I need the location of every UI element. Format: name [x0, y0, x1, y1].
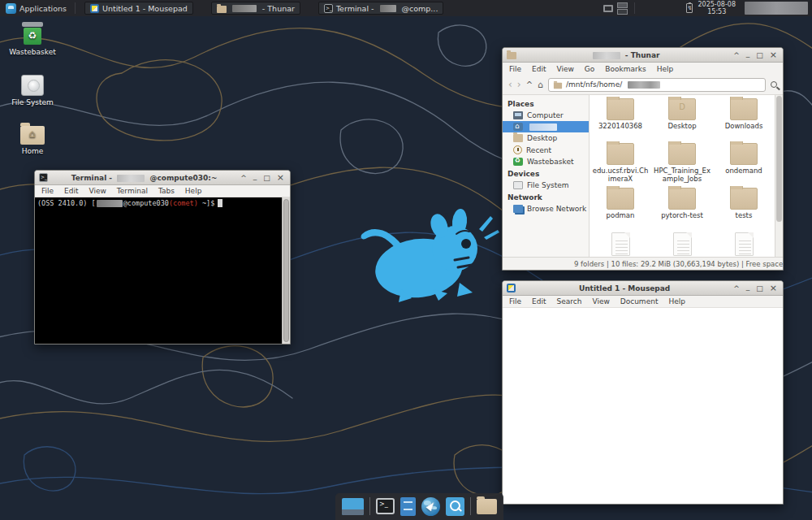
clock[interactable]: 2025-08-08 15:53 [698, 1, 736, 15]
search-icon[interactable] [771, 81, 777, 88]
mousepad-titlebar[interactable]: Untitled 1 - Mousepad [503, 281, 783, 296]
sidebar-item-recent[interactable]: Recent [503, 144, 589, 156]
shade-button[interactable] [240, 171, 247, 184]
mousepad-icon [507, 284, 516, 292]
menu-search[interactable]: Search [557, 297, 582, 306]
file-item[interactable]: hello_podman... [590, 231, 651, 257]
menu-view[interactable]: View [89, 187, 106, 195]
dock-separator [369, 497, 370, 515]
desktop-icon-wastebasket[interactable]: ♻ Wastebasket [6, 22, 58, 56]
power-icon[interactable] [686, 3, 693, 13]
maximize-button[interactable] [263, 171, 270, 184]
application-finder-icon[interactable] [446, 497, 464, 516]
close-button[interactable] [770, 282, 777, 295]
show-desktop-icon[interactable] [342, 498, 364, 515]
terminal-screen[interactable]: (OSS 2410.0) [@compute030(comet) ~]$ [35, 197, 282, 344]
item-label: ondemand [724, 167, 762, 175]
file-icon [735, 232, 754, 256]
sidebar-item-home[interactable] [503, 121, 589, 132]
system-tray: 2025-08-08 15:53 [603, 1, 812, 15]
sidebar-item-file-system[interactable]: File System [503, 180, 589, 191]
close-button[interactable] [277, 171, 284, 184]
desktop-icon-file-system[interactable]: File System [6, 75, 58, 106]
sidebar-item-browse-network[interactable]: Browse Network [503, 203, 589, 214]
taskbar-button-thunar[interactable]: - Thunar [211, 2, 300, 15]
menu-edit[interactable]: Edit [532, 297, 546, 306]
prompt-text: ~]$ [198, 199, 214, 207]
home-button[interactable]: ⌂ [538, 80, 543, 90]
scrollbar-thumb[interactable] [283, 199, 289, 342]
file-cabinet-icon[interactable] [400, 497, 416, 516]
sidebar-item-desktop[interactable]: Desktop [503, 132, 589, 144]
terminal-launcher-icon[interactable] [376, 498, 395, 514]
minimize-button[interactable] [253, 171, 257, 184]
item-label: Downloads [724, 122, 764, 130]
workspace-1[interactable] [617, 2, 628, 8]
maximize-button[interactable] [756, 282, 763, 295]
menu-document[interactable]: Document [620, 297, 659, 306]
folder-item[interactable]: Downloads [713, 97, 775, 141]
path-bar[interactable]: /mnt/nfs/home/ [548, 78, 766, 92]
folder-item[interactable]: pytorch-test [651, 186, 713, 231]
sidebar-item-wastebasket[interactable]: Wastebasket [503, 156, 589, 167]
desktop-icon-home[interactable]: Home [6, 126, 58, 155]
menu-go[interactable]: Go [585, 65, 594, 73]
up-button[interactable]: ^ [526, 80, 533, 89]
folder-item[interactable]: HPC_Training_Example_Jobs [651, 141, 713, 186]
menu-view[interactable]: View [592, 297, 609, 306]
file-icon [611, 232, 630, 256]
folder-item[interactable]: ondemand [713, 141, 775, 186]
terminal-titlebar[interactable]: Terminal - @compute030:~ [35, 171, 290, 185]
file-manager-icon[interactable] [477, 499, 497, 514]
minimize-button[interactable] [746, 282, 750, 295]
minimize-button[interactable] [746, 49, 750, 62]
menu-edit[interactable]: Edit [64, 187, 78, 195]
sidebar-item-computer[interactable]: Computer [503, 110, 589, 121]
sidebar-label: File System [527, 181, 568, 189]
folder-item[interactable]: Desktop [651, 97, 713, 141]
folder-icon [607, 188, 634, 210]
applications-menu[interactable]: Applications [0, 0, 72, 16]
folder-item[interactable]: 3220140368 [590, 97, 651, 141]
menu-file[interactable]: File [509, 65, 521, 73]
redacted-username [232, 5, 257, 12]
file-item[interactable]: matlab_crash_dum... [651, 231, 713, 257]
display-icon[interactable] [603, 5, 613, 12]
workspace-2[interactable] [617, 9, 628, 15]
menu-terminal[interactable]: Terminal [117, 187, 148, 195]
taskbar-button-terminal[interactable]: Terminal - @comp... [318, 2, 444, 15]
file-item[interactable]: matlab_crash_dum... [713, 231, 775, 257]
shade-button[interactable] [733, 282, 740, 295]
redacted-user-area[interactable] [745, 2, 808, 15]
scrollbar[interactable] [775, 95, 783, 257]
back-button[interactable]: ‹ [508, 80, 512, 89]
maximize-button[interactable] [756, 49, 763, 62]
shade-button[interactable] [733, 49, 740, 62]
menu-help[interactable]: Help [668, 297, 685, 306]
scrollbar[interactable] [282, 197, 290, 344]
sidebar-label: Desktop [527, 134, 557, 142]
menu-file[interactable]: File [41, 187, 54, 195]
menu-help[interactable]: Help [657, 65, 674, 73]
desktop-icon-label: File System [6, 98, 58, 106]
mousepad-text-area[interactable] [503, 308, 783, 504]
folder-item[interactable]: edu.ucsf.rbvi.ChimeraX [590, 141, 651, 186]
folder-item[interactable]: podman [590, 186, 651, 231]
menu-bookmarks[interactable]: Bookmarks [605, 65, 646, 73]
menu-view[interactable]: View [557, 65, 574, 73]
web-browser-icon[interactable] [421, 497, 440, 516]
close-button[interactable] [770, 49, 777, 62]
folder-item[interactable]: tests [713, 186, 775, 231]
redacted-username [529, 124, 557, 131]
forward-button[interactable]: › [517, 80, 521, 89]
workspace-switcher[interactable] [617, 2, 628, 15]
prompt-cluster: (comet) [169, 199, 198, 207]
window-buttons: Untitled 1 - Mousepad - Thunar Terminal … [84, 2, 603, 15]
scrollbar-thumb[interactable] [776, 96, 782, 222]
taskbar-button-mousepad[interactable]: Untitled 1 - Mousepad [84, 2, 193, 15]
menu-help[interactable]: Help [185, 187, 202, 195]
menu-file[interactable]: File [509, 297, 521, 306]
menu-tabs[interactable]: Tabs [158, 187, 175, 195]
menu-edit[interactable]: Edit [532, 65, 546, 73]
thunar-titlebar[interactable]: - Thunar [503, 48, 783, 63]
